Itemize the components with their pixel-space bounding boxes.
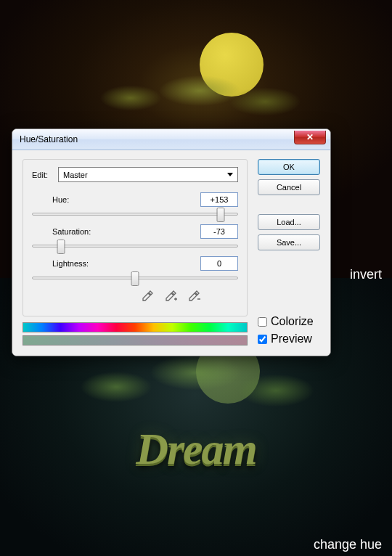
save-button[interactable]: Save... — [258, 234, 320, 250]
dream-wordmark: Dream — [0, 423, 392, 475]
lightness-slider[interactable] — [32, 277, 238, 279]
dialog-title: Hue/Saturation — [20, 134, 78, 144]
hue-input[interactable] — [200, 192, 238, 207]
colorize-checkbox[interactable]: Colorize — [258, 315, 320, 328]
edit-dropdown[interactable]: Master — [58, 167, 238, 182]
eyedropper-subtract-icon[interactable] — [186, 288, 202, 304]
preview-checkbox[interactable]: Preview — [258, 332, 320, 346]
eyedropper-add-icon[interactable] — [163, 288, 179, 304]
hue-thumb[interactable] — [217, 208, 225, 222]
ok-button[interactable]: OK — [258, 159, 320, 175]
close-button[interactable]: ✕ — [294, 131, 326, 144]
titlebar[interactable]: Hue/Saturation ✕ — [12, 129, 330, 150]
hue-slider[interactable] — [32, 213, 238, 216]
hue-spectrum-bar — [23, 322, 248, 332]
cancel-button[interactable]: Cancel — [258, 179, 320, 195]
annotation-invert: invert — [350, 267, 382, 282]
saturation-label: Saturation: — [52, 227, 200, 236]
load-button[interactable]: Load... — [258, 214, 320, 230]
close-icon: ✕ — [306, 132, 314, 142]
edit-value: Master — [63, 171, 88, 179]
saturation-input[interactable] — [200, 224, 238, 239]
saturation-slider[interactable] — [32, 245, 238, 248]
hue-label: Hue: — [52, 195, 200, 204]
edit-label: Edit: — [32, 171, 52, 179]
hue-saturation-dialog: Hue/Saturation ✕ Edit: Master Hue: — [12, 128, 331, 356]
adjustment-group: Edit: Master Hue: Satur — [23, 159, 248, 316]
colorize-box[interactable] — [258, 317, 267, 327]
lightness-input[interactable] — [200, 256, 238, 271]
lightness-label: Lightness: — [52, 259, 200, 268]
saturation-thumb[interactable] — [57, 240, 65, 254]
preview-label: Preview — [271, 332, 312, 346]
colorize-label: Colorize — [271, 315, 314, 328]
preview-box[interactable] — [258, 335, 267, 344]
lightness-thumb[interactable] — [131, 271, 139, 286]
eyedropper-icon[interactable] — [139, 288, 155, 304]
shifted-spectrum-bar — [23, 335, 248, 346]
annotation-change-hue: change hue — [314, 537, 382, 552]
